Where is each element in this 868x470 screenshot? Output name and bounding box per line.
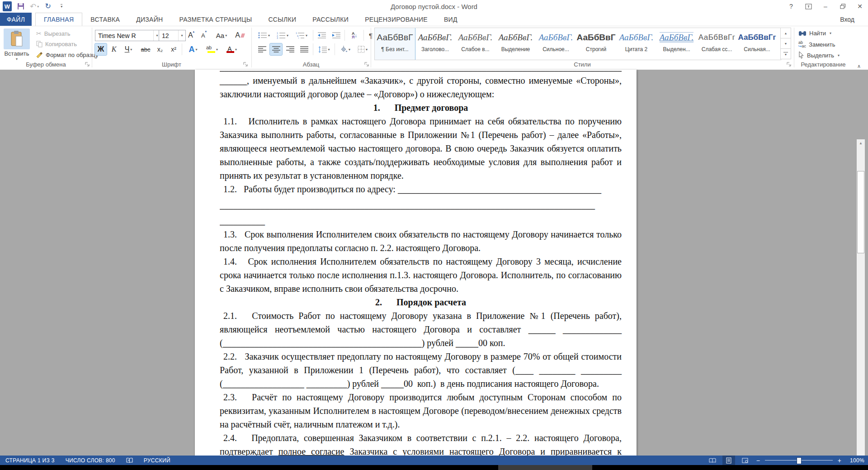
close-button[interactable]: ✕: [853, 1, 867, 12]
find-button[interactable]: Найти ▾: [798, 30, 831, 37]
styles-dialog-launcher[interactable]: [787, 62, 792, 67]
align-right-button[interactable]: [284, 43, 296, 55]
sort-button[interactable]: АЯ ↓: [347, 30, 362, 41]
highlight-color-button[interactable]: ab ▾: [203, 43, 221, 55]
read-mode-button[interactable]: [706, 456, 719, 465]
zoom-slider[interactable]: [765, 456, 833, 465]
ribbon-display-options-button[interactable]: [801, 1, 816, 12]
zoom-slider-thumb[interactable]: [797, 457, 802, 464]
clipboard-dialog-launcher[interactable]: [85, 62, 90, 67]
line-spacing-button[interactable]: ▾: [316, 43, 333, 55]
strikethrough-button[interactable]: abc: [138, 43, 153, 55]
doc-heading-1[interactable]: 1.Предмет договора: [220, 101, 622, 114]
doc-paragraph-2-4[interactable]: 2.4. Предоплата, совершенная Заказчиком …: [220, 431, 622, 456]
styles-scroll-up-button[interactable]: ▲: [780, 28, 791, 38]
superscript-button[interactable]: x²: [167, 43, 180, 55]
paragraph-dialog-launcher[interactable]: [364, 62, 370, 67]
bold-button[interactable]: Ж: [95, 43, 107, 55]
style-strong[interactable]: АаБбВвГ Строгий: [576, 28, 616, 60]
font-name-combobox[interactable]: Times New R ▾: [95, 30, 161, 41]
doc-paragraph-2-1[interactable]: 2.1. Стоимость Работ по настоящему Догов…: [220, 309, 622, 350]
tab-mailings[interactable]: РАССЫЛКИ: [304, 13, 357, 26]
grow-font-button[interactable]: А ▴: [185, 30, 197, 41]
replace-button[interactable]: ab↪ac Заменить: [798, 41, 835, 48]
tab-view[interactable]: ВИД: [436, 13, 466, 26]
format-painter-button[interactable]: Формат по образцу: [36, 52, 99, 58]
tab-references[interactable]: ССЫЛКИ: [260, 13, 304, 26]
style-heading[interactable]: АаБбВвГ. Заголово...: [415, 28, 455, 60]
align-center-button[interactable]: [270, 43, 282, 55]
style-subtle-reference[interactable]: АаБбВвГг Слабая сс...: [697, 28, 737, 60]
doc-paragraph-intro[interactable]: ______, именуемый в дальнейшем «Заказчик…: [220, 74, 622, 101]
shrink-font-button[interactable]: А ▾: [198, 30, 210, 41]
styles-scroll-down-button[interactable]: ▼: [780, 38, 791, 49]
style-subtle-emphasis[interactable]: АаБбВвГ. Слабое в...: [455, 28, 495, 60]
justify-button[interactable]: [298, 43, 310, 55]
style-intense-quote[interactable]: АаБбВвГ. Выделен...: [656, 28, 697, 60]
font-dialog-launcher[interactable]: [243, 62, 249, 67]
word-count[interactable]: ЧИСЛО СЛОВ: 800: [60, 457, 121, 464]
copy-button[interactable]: Копировать: [36, 41, 77, 47]
font-color-button[interactable]: А ▾: [222, 43, 240, 55]
style-intense-emphasis[interactable]: АаБбВвГ. Сильное...: [536, 28, 576, 60]
multilevel-list-button[interactable]: 1ai ▾: [293, 30, 310, 41]
doc-paragraph-1-4[interactable]: 1.4. Срок исполнения Исполнителем обязат…: [220, 255, 622, 295]
zoom-in-button[interactable]: +: [836, 457, 843, 464]
tab-home[interactable]: ГЛАВНАЯ: [35, 13, 82, 26]
language-indicator[interactable]: РУССКИЙ: [138, 457, 176, 464]
tab-design[interactable]: ДИЗАЙН: [128, 13, 171, 26]
zoom-out-button[interactable]: −: [755, 457, 761, 464]
redo-button[interactable]: ↻: [43, 1, 52, 11]
clear-formatting-button[interactable]: А: [233, 30, 247, 41]
proofing-status[interactable]: [121, 458, 138, 463]
underline-button[interactable]: Ч ▾: [120, 43, 137, 55]
scrollbar-thumb[interactable]: [857, 171, 864, 253]
styles-more-button[interactable]: ▼: [780, 49, 791, 59]
tab-insert[interactable]: ВСТАВКА: [82, 13, 128, 26]
doc-paragraph-2-2[interactable]: 2.2. Заказчик осуществляет предоплату по…: [220, 350, 622, 390]
collapse-ribbon-button[interactable]: ∧: [857, 63, 861, 69]
print-layout-button[interactable]: [722, 456, 735, 465]
customize-qat-button[interactable]: ▾: [57, 1, 66, 11]
borders-button[interactable]: ▾: [354, 43, 371, 55]
doc-heading-2[interactable]: 2.Порядок расчета: [220, 295, 622, 309]
shading-button[interactable]: ▾: [337, 43, 353, 55]
web-layout-button[interactable]: [739, 456, 751, 465]
doc-blank-line-short[interactable]: __________: [220, 214, 622, 228]
numbering-button[interactable]: 123 ▾: [274, 30, 291, 41]
minimize-button[interactable]: –: [818, 1, 833, 12]
sign-in-link[interactable]: Вход: [840, 13, 868, 26]
paste-button[interactable]: Вставить ▾: [4, 28, 30, 64]
style-no-spacing[interactable]: АаБбВвГ ¶ Без инт...: [375, 28, 415, 60]
subscript-button[interactable]: x₂: [154, 43, 166, 55]
increase-indent-button[interactable]: [330, 30, 343, 41]
font-size-combobox[interactable]: 12 ▾: [159, 30, 186, 41]
doc-paragraph-1-2[interactable]: 1.2. Работы будет производиться по адрес…: [220, 182, 622, 196]
italic-button[interactable]: К: [108, 43, 119, 55]
tab-file[interactable]: ФАЙЛ: [0, 13, 32, 26]
change-case-button[interactable]: Aa ▾: [213, 30, 230, 41]
document-page[interactable]: ________________________________________…: [195, 70, 637, 456]
save-button[interactable]: [16, 1, 25, 11]
cut-button[interactable]: ✂ Вырезать: [36, 30, 71, 37]
align-left-button[interactable]: [256, 43, 268, 55]
doc-paragraph-1-3[interactable]: 1.3. Срок выполнения Исполнителем своих …: [220, 228, 622, 255]
tab-review[interactable]: РЕЦЕНЗИРОВАНИЕ: [357, 13, 436, 26]
decrease-indent-button[interactable]: [316, 30, 328, 41]
doc-paragraph-2-3[interactable]: 2.3. Расчёт по настоящему Договору произ…: [220, 390, 622, 431]
tab-page-layout[interactable]: РАЗМЕТКА СТРАНИЦЫ: [171, 13, 260, 26]
text-effects-button[interactable]: А ▾: [184, 43, 202, 55]
doc-paragraph-1-1[interactable]: 1.1. Исполнитель в рамках настоящего Дог…: [220, 114, 622, 182]
style-intense-reference[interactable]: АаБбВвГг Сильная...: [737, 28, 777, 60]
restore-button[interactable]: [835, 1, 850, 12]
scrollbar-up-button[interactable]: ▲: [857, 139, 865, 147]
page-indicator[interactable]: СТРАНИЦА 1 ИЗ 3: [0, 457, 60, 464]
undo-button[interactable]: ↶ ▾: [30, 1, 39, 11]
vertical-scrollbar[interactable]: ▲: [857, 139, 865, 470]
bullets-button[interactable]: ▾: [256, 30, 272, 41]
style-quote-2[interactable]: АаБбВвГ. Цитата 2: [616, 28, 656, 60]
zoom-level[interactable]: 100%: [846, 457, 864, 464]
doc-blank-line-full[interactable]: ________________________________________…: [220, 198, 622, 212]
style-emphasis[interactable]: АаБбВвГ. Выделение: [495, 28, 536, 60]
select-button[interactable]: Выделить ▾: [798, 52, 840, 59]
